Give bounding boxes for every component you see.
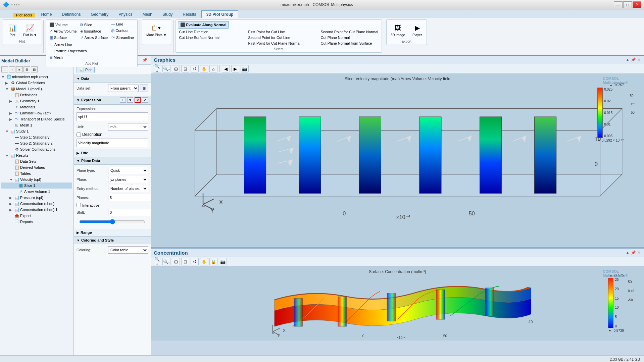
- more-plots-button[interactable]: 📋▼ More Plots ▼: [144, 21, 168, 38]
- isosurface-button[interactable]: ◈Isosurface: [79, 28, 109, 34]
- plot-in-button[interactable]: 📈 Plot In ▼: [21, 21, 39, 38]
- contour-button[interactable]: ◎Contour: [110, 28, 135, 34]
- arrow-surface-button[interactable]: ↗Arrow Surface: [79, 35, 109, 41]
- tree-item[interactable]: 📋 Tables: [1, 170, 72, 176]
- second-point-cut-plane-button[interactable]: Second Point for Cut Plane Normal: [319, 29, 380, 35]
- tab-mesh[interactable]: Mesh: [138, 10, 157, 18]
- conc-screenshot-button[interactable]: 📷: [219, 258, 227, 265]
- interactive-checkbox[interactable]: [77, 203, 81, 207]
- description-input[interactable]: [77, 139, 148, 147]
- entry-method-select[interactable]: Number of planes: [108, 185, 148, 192]
- mb-forward-button[interactable]: →: [9, 66, 15, 72]
- arrow-volume-button[interactable]: ↗Arrow Volume: [48, 28, 78, 34]
- title-section-header[interactable]: ▶ Title: [74, 149, 151, 157]
- tree-item[interactable]: 📄 Reports: [1, 219, 72, 225]
- tree-item[interactable]: ✦ Materials: [1, 104, 72, 110]
- plane-select[interactable]: yz-planes: [108, 176, 148, 183]
- coloring-section-header[interactable]: ▼ Coloring and Style: [74, 237, 151, 244]
- slice-button[interactable]: ⧉Slice: [79, 22, 109, 28]
- tab-results[interactable]: Results: [178, 10, 201, 18]
- expr-add-button[interactable]: +: [120, 97, 126, 103]
- shift-input[interactable]: [108, 209, 151, 216]
- cut-plane-normal-button[interactable]: Cut Plane Normal: [319, 35, 380, 40]
- evaluate-along-normal-button[interactable]: ⬛Evaluate Along Normal: [178, 21, 229, 29]
- tree-item[interactable]: ▼ 📊 Study 1: [1, 128, 72, 134]
- graphics-close[interactable]: ✕: [637, 57, 641, 63]
- second-point-cut-line-button[interactable]: Second Point for Cut Line: [247, 35, 314, 40]
- shift-slider[interactable]: [79, 219, 145, 224]
- coloring-select[interactable]: Color table: [108, 246, 148, 254]
- properties-pin[interactable]: 📌: [142, 57, 148, 63]
- planes-input[interactable]: [108, 194, 151, 201]
- conc-zoom-out-button[interactable]: 🔍-: [162, 258, 170, 265]
- expr-delete-button[interactable]: ✕: [135, 97, 141, 103]
- zoom-in-button[interactable]: 🔍+: [153, 65, 161, 72]
- concentration-close[interactable]: ✕: [637, 250, 641, 256]
- tree-item[interactable]: ▶ 📊 Pressure (spf): [1, 195, 72, 201]
- expression-input[interactable]: [77, 112, 148, 121]
- tree-item[interactable]: — Step 2: Stationary 2: [1, 140, 72, 146]
- tab-3d-plot-group[interactable]: 3D Plot Group: [201, 10, 239, 18]
- tree-item[interactable]: ▶ 〜 Transport of Diluted Specie: [1, 116, 72, 122]
- tree-item[interactable]: 📋 Data Sets: [1, 158, 72, 164]
- data-section-header[interactable]: ▼ Data: [74, 75, 151, 83]
- tree-item[interactable]: ↗ Arrow Volume 1: [1, 189, 72, 195]
- tree-item[interactable]: ▼ 📊 Results: [1, 152, 72, 158]
- arrow-line-button[interactable]: →Arrow Line: [48, 42, 88, 48]
- unit-select[interactable]: m/s: [108, 123, 148, 131]
- line-button[interactable]: —Line: [110, 21, 135, 27]
- rotate-button[interactable]: ↺: [191, 65, 199, 72]
- conc-zoom-in-button[interactable]: 🔍+: [153, 258, 161, 265]
- tree-item[interactable]: 📋 Derived Values: [1, 164, 72, 170]
- tree-item[interactable]: ▼ 🌐 micromixer.mph (root): [1, 74, 72, 80]
- streamline-button[interactable]: 〜Streamline: [110, 34, 135, 41]
- cut-line-surface-normal-button[interactable]: Cut Line Surface Normal: [178, 35, 242, 40]
- plane-data-section-header[interactable]: ▼ Plane Data: [74, 157, 151, 165]
- tree-item[interactable]: ▶ 📊 Concentration (chds): [1, 201, 72, 207]
- cut-plane-normal-from-surface-button[interactable]: Cut Plane Normal from Surface: [319, 41, 380, 46]
- conc-lock-button[interactable]: 🔒: [209, 258, 217, 265]
- cut-line-direction-button[interactable]: Cut Line Direction: [178, 29, 242, 35]
- graphics-expand[interactable]: ▲: [625, 57, 630, 63]
- dataset-add-button[interactable]: ⊞: [140, 85, 148, 92]
- close-button[interactable]: ✕: [633, 1, 641, 8]
- zoom-extents-button[interactable]: ⊞: [172, 65, 180, 72]
- zoom-out-button[interactable]: 🔍-: [162, 65, 170, 72]
- tab-definitions[interactable]: Definitions: [57, 10, 86, 18]
- 3d-image-button[interactable]: 🖼 3D Image: [389, 21, 407, 38]
- tree-item[interactable]: ▼ 📊 Velocity (spf): [1, 176, 72, 183]
- minimize-button[interactable]: —: [614, 1, 623, 8]
- mb-list-button[interactable]: ≡: [16, 66, 23, 72]
- pan-button[interactable]: ✋: [200, 65, 208, 72]
- conc-pan-button[interactable]: ✋: [200, 258, 208, 265]
- tree-item[interactable]: — Step 1: Stationary: [1, 134, 72, 140]
- conc-rotate-button[interactable]: ↺: [191, 258, 199, 265]
- tab-geometry[interactable]: Geometry: [86, 10, 114, 18]
- tab-home[interactable]: Home: [36, 10, 57, 18]
- tree-item[interactable]: ▶ 📊 Concentration (chds) 1: [1, 207, 72, 213]
- volume-button[interactable]: ⬛Volume: [48, 22, 78, 28]
- zoom-select-button[interactable]: ⊡: [181, 65, 189, 72]
- particle-trajectories-button[interactable]: ⋯Particle Trajectories: [48, 48, 88, 54]
- next-frame-button[interactable]: ▶: [231, 65, 239, 72]
- mb-back-button[interactable]: ←: [1, 66, 8, 72]
- dataset-select[interactable]: From parent: [108, 85, 139, 92]
- tree-item[interactable]: ▶ 〜 Laminar Flow (spf): [1, 110, 72, 116]
- conc-zoom-select-button[interactable]: ⊡: [181, 258, 189, 265]
- mb-expand-button[interactable]: ⊞: [23, 66, 30, 72]
- tree-item[interactable]: ▶ △ Geometry 1: [1, 98, 72, 104]
- tab-physics[interactable]: Physics: [113, 10, 137, 18]
- graphics-pin[interactable]: 📌: [630, 57, 637, 63]
- player-button[interactable]: ▶ Player: [410, 21, 425, 38]
- conc-zoom-extents-button[interactable]: ⊞: [172, 258, 180, 265]
- screenshot-button[interactable]: 📷: [241, 65, 249, 72]
- concentration-pin[interactable]: 📌: [630, 250, 637, 256]
- tab-study[interactable]: Study: [157, 10, 178, 18]
- expr-dropdown-button[interactable]: ▼: [127, 97, 133, 103]
- tree-item[interactable]: ⚙ Solver Configurations: [1, 146, 72, 152]
- plane-type-select[interactable]: Quick: [108, 167, 148, 174]
- tree-item[interactable]: ⊞ Mesh 1: [1, 122, 72, 128]
- tree-item[interactable]: 📤 Export: [1, 213, 72, 219]
- surface-button[interactable]: ▦Surface: [48, 35, 78, 41]
- reset-view-button[interactable]: ⌂: [209, 65, 217, 72]
